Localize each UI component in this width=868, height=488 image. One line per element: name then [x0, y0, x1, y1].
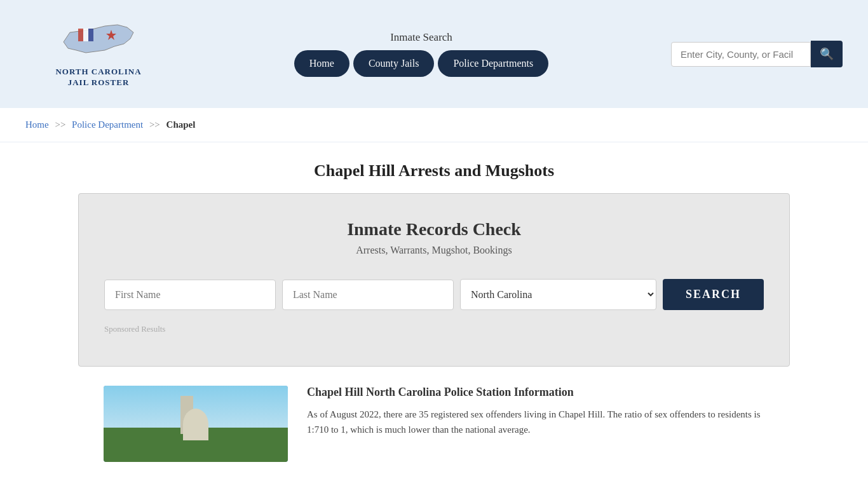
- records-form: AlabamaAlaskaArizonaArkansasCaliforniaCo…: [104, 279, 764, 310]
- nav-home-button[interactable]: Home: [294, 50, 349, 77]
- last-name-input[interactable]: [282, 280, 454, 310]
- main-nav: Home County Jails Police Departments: [294, 50, 548, 77]
- header-search-button[interactable]: 🔍: [811, 41, 843, 67]
- chapel-hill-image: [104, 386, 288, 462]
- records-box-title: Inmate Records Check: [104, 219, 764, 240]
- header-search-area: 🔍: [671, 41, 843, 67]
- breadcrumb-sep2: >>: [149, 119, 160, 130]
- bottom-section: Chapel Hill North Carolina Police Statio…: [78, 386, 790, 487]
- bottom-text-area: Chapel Hill North Carolina Police Statio…: [307, 386, 764, 462]
- trees-decoration: [104, 428, 288, 462]
- breadcrumb-current: Chapel: [166, 119, 196, 130]
- svg-rect-3: [88, 29, 93, 41]
- records-box-subtitle: Arrests, Warrants, Mugshot, Bookings: [104, 245, 764, 256]
- state-select[interactable]: AlabamaAlaskaArizonaArkansasCaliforniaCo…: [460, 279, 656, 310]
- search-icon: 🔍: [820, 48, 834, 60]
- page-title: Chapel Hill Arrests and Mugshots: [25, 161, 843, 180]
- site-logo[interactable]: NORTH CAROLINA JAIL ROSTER: [25, 20, 172, 88]
- first-name-input[interactable]: [104, 280, 276, 310]
- dome-decoration: [183, 409, 208, 440]
- header-center: Inmate Search Home County Jails Police D…: [294, 31, 548, 77]
- svg-rect-2: [83, 29, 88, 41]
- breadcrumb-home[interactable]: Home: [25, 119, 49, 130]
- bottom-heading: Chapel Hill North Carolina Police Statio…: [307, 386, 764, 399]
- records-check-box: Inmate Records Check Arrests, Warrants, …: [78, 193, 790, 367]
- breadcrumb-police-dept[interactable]: Police Department: [72, 119, 143, 130]
- sponsored-label: Sponsored Results: [104, 324, 764, 334]
- breadcrumb-sep1: >>: [55, 119, 65, 130]
- header-search-input[interactable]: [671, 42, 811, 67]
- nav-police-departments-button[interactable]: Police Departments: [438, 50, 548, 77]
- records-search-button[interactable]: SEARCH: [663, 279, 764, 310]
- nav-county-jails-button[interactable]: County Jails: [353, 50, 435, 77]
- bottom-body: As of August 2022, there are 35 register…: [307, 407, 764, 437]
- svg-marker-0: [64, 25, 133, 53]
- inmate-search-label: Inmate Search: [390, 31, 452, 44]
- logo-text: NORTH CAROLINA JAIL ROSTER: [55, 67, 141, 88]
- nc-map-icon: [60, 20, 137, 64]
- svg-rect-1: [78, 29, 83, 41]
- breadcrumb: Home >> Police Department >> Chapel: [0, 108, 868, 142]
- site-header: NORTH CAROLINA JAIL ROSTER Inmate Search…: [0, 0, 868, 108]
